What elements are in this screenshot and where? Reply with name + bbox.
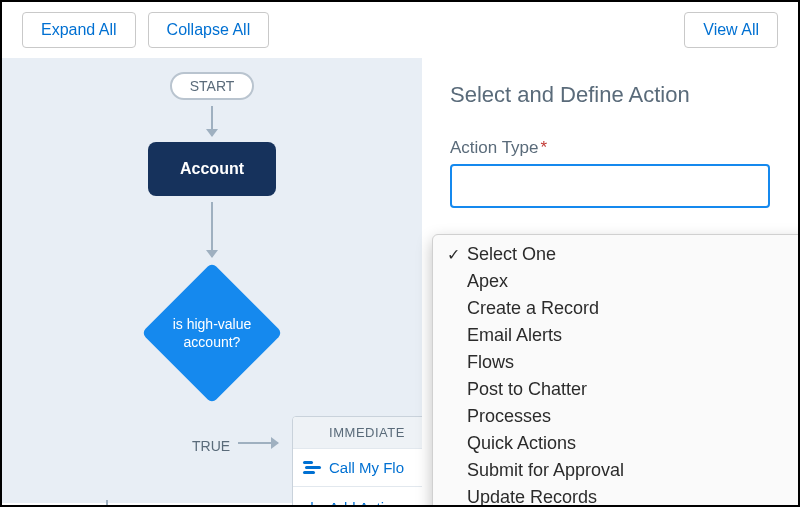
dropdown-option-select-one[interactable]: ✓Select One — [433, 241, 800, 268]
action-item[interactable]: Call My Flo — [293, 448, 441, 486]
dropdown-option-update-records[interactable]: Update Records — [433, 484, 800, 507]
view-all-button[interactable]: View All — [684, 12, 778, 48]
check-icon: ✓ — [447, 245, 467, 264]
start-node[interactable]: START — [170, 72, 254, 100]
panel-title: Select and Define Action — [450, 82, 770, 108]
dropdown-option-post-to-chatter[interactable]: Post to Chatter — [433, 376, 800, 403]
dropdown-option-email-alerts[interactable]: Email Alerts — [433, 322, 800, 349]
action-label: Call My Flo — [329, 459, 404, 476]
action-type-label: Action Type* — [450, 138, 770, 158]
dropdown-option-apex[interactable]: Apex — [433, 268, 800, 295]
add-action-label: Add Actio — [329, 499, 392, 507]
expand-all-button[interactable]: Expand All — [22, 12, 136, 48]
required-indicator: * — [541, 138, 548, 157]
dropdown-option-submit-approval[interactable]: Submit for Approval — [433, 457, 800, 484]
dropdown-option-processes[interactable]: Processes — [433, 403, 800, 430]
dropdown-option-quick-actions[interactable]: Quick Actions — [433, 430, 800, 457]
flow-icon — [303, 461, 321, 475]
collapse-all-button[interactable]: Collapse All — [148, 12, 270, 48]
decision-label: is high-value account? — [142, 263, 282, 403]
arrow-icon — [211, 202, 213, 257]
dropdown-option-flows[interactable]: Flows — [433, 349, 800, 376]
arrow-icon — [211, 106, 213, 136]
toolbar: Expand All Collapse All View All — [2, 2, 798, 58]
immediate-actions-card: IMMEDIATE Call My Flo + Add Actio — [292, 416, 442, 507]
process-canvas: START Account is high-value account? TRU… — [2, 58, 422, 503]
arrow-icon — [238, 442, 278, 444]
add-action-button[interactable]: + Add Actio — [293, 486, 441, 507]
decision-node[interactable]: is high-value account? — [142, 263, 282, 403]
action-config-panel: Select and Define Action Action Type* ✓S… — [422, 58, 798, 503]
action-type-dropdown: ✓Select One Apex Create a Record Email A… — [432, 234, 800, 507]
action-type-select[interactable] — [450, 164, 770, 208]
true-branch-label: TRUE — [192, 438, 230, 454]
plus-icon: + — [303, 497, 321, 507]
object-node[interactable]: Account — [148, 142, 276, 196]
dropdown-option-create-record[interactable]: Create a Record — [433, 295, 800, 322]
connector-line — [106, 500, 108, 507]
actions-header: IMMEDIATE — [293, 417, 441, 448]
